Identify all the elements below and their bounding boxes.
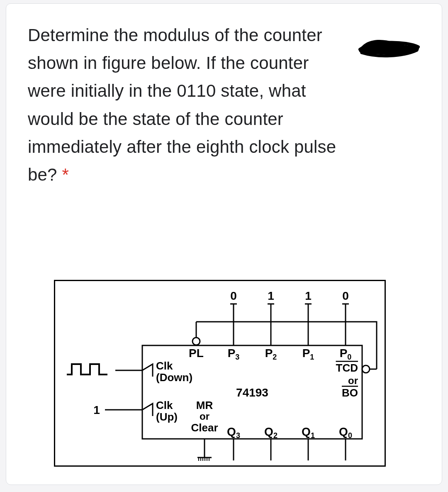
circuit-figure: PL P3 P2 P1 P0 0 1 1 0 xyxy=(54,280,386,467)
svg-point-18 xyxy=(362,365,370,373)
pl-label: PL xyxy=(189,347,204,360)
chip-number: 74193 xyxy=(236,386,268,399)
svg-text:Q2: Q2 xyxy=(264,425,278,440)
tcd-or: or xyxy=(348,375,358,386)
q3-label: Q xyxy=(227,425,236,438)
q1-label: Q xyxy=(302,425,311,438)
clk-up-label-2: (Up) xyxy=(156,411,178,423)
svg-text:P3: P3 xyxy=(228,347,240,361)
mr-or: or xyxy=(200,411,209,422)
p3-label: P xyxy=(228,347,236,360)
svg-point-6 xyxy=(192,338,200,345)
svg-text:P0: P0 xyxy=(340,347,352,361)
bo-label: BO xyxy=(342,387,358,399)
p3-value: 0 xyxy=(230,289,237,302)
p2-value: 1 xyxy=(268,289,274,302)
p1-label: P xyxy=(302,347,310,360)
clk-up-label-1: Clk xyxy=(156,399,173,411)
p2-label: P xyxy=(265,347,273,360)
svg-text:Q3: Q3 xyxy=(227,425,240,440)
clk-down-label-2: (Down) xyxy=(156,371,192,384)
tcd-label: TCD xyxy=(336,362,358,374)
svg-text:P2: P2 xyxy=(265,347,277,361)
question-card: Determine the modulus of the counter sho… xyxy=(6,3,442,485)
svg-text:P1: P1 xyxy=(302,347,314,361)
required-asterisk: * xyxy=(62,165,69,184)
mr-clear: Clear xyxy=(191,421,218,434)
svg-text:Q0: Q0 xyxy=(339,425,352,440)
svg-text:Q1: Q1 xyxy=(302,425,315,440)
question-body: Determine the modulus of the counter sho… xyxy=(28,25,336,184)
q0-label: Q xyxy=(339,425,348,438)
clk-down-label-1: Clk xyxy=(156,360,173,372)
question-text: Determine the modulus of the counter sho… xyxy=(28,21,343,188)
p0-value: 0 xyxy=(342,289,349,302)
mr-label: MR xyxy=(196,399,213,411)
q2-label: Q xyxy=(264,425,273,438)
p1-value: 1 xyxy=(305,289,312,302)
clk-up-value: 1 xyxy=(93,404,100,416)
redaction-scribble xyxy=(357,36,421,59)
p0-label: P xyxy=(340,347,348,360)
